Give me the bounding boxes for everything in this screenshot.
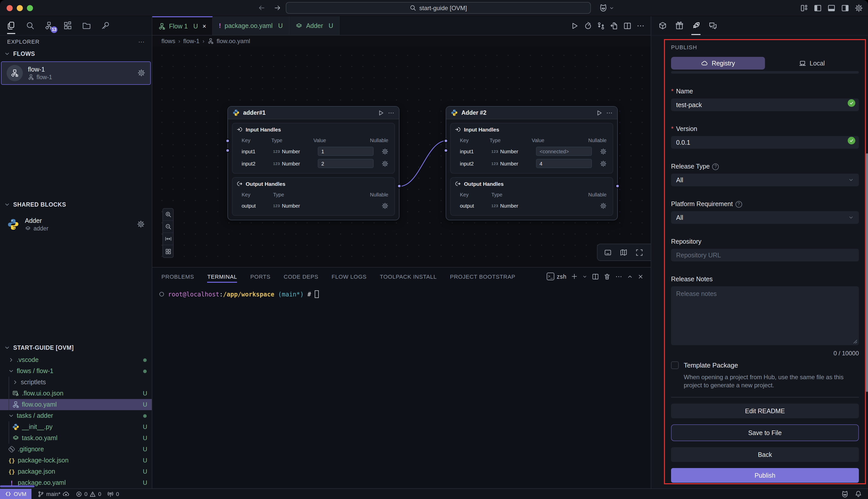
tree-item-tasks-adder[interactable]: tasks / adder [0, 410, 152, 421]
input2-value-field[interactable] [536, 159, 592, 168]
tab-flow-logs[interactable]: FLOW LOGS [332, 268, 367, 285]
terminal-output[interactable]: root@localhost:/app/workspace (main*) # [152, 285, 651, 488]
explorer-more-icon[interactable]: ··· [138, 39, 145, 45]
history-back-button[interactable] [258, 4, 266, 12]
edit-readme-button[interactable]: Edit README [671, 404, 859, 418]
handle-settings-gear-icon[interactable] [600, 160, 607, 167]
git-branch-status[interactable]: main* [38, 490, 70, 498]
search-panel-icon[interactable] [25, 21, 35, 31]
tab-flow-1[interactable]: Flow 1 U × [152, 16, 213, 35]
back-button[interactable]: Back [671, 447, 859, 462]
secrets-panel-icon[interactable] [100, 21, 110, 31]
name-field[interactable] [671, 98, 859, 111]
run-flow-icon[interactable] [571, 22, 579, 30]
chevron-down-icon[interactable] [609, 5, 614, 10]
handle-settings-gear-icon[interactable] [382, 148, 388, 155]
toggle-secondary-sidebar-icon[interactable] [841, 4, 849, 12]
history-forward-button[interactable] [273, 4, 281, 12]
package-icon[interactable] [657, 21, 668, 31]
explorer-icon[interactable] [6, 21, 16, 31]
flow-node-adder-2[interactable]: Adder #2 Input Handles Key Ty [446, 106, 618, 220]
repository-field[interactable] [671, 249, 859, 261]
node2-input1-handle[interactable] [444, 138, 448, 143]
rerun-icon[interactable] [584, 22, 592, 30]
settings-gear-icon[interactable] [855, 4, 863, 12]
block-settings-gear-icon[interactable] [137, 220, 145, 228]
template-package-checkbox[interactable] [671, 362, 678, 369]
release-notes-field[interactable] [671, 286, 859, 345]
console-panel-icon[interactable] [604, 248, 612, 256]
zoom-out-icon[interactable] [163, 221, 173, 233]
maximize-panel-icon[interactable] [627, 273, 633, 279]
node-more-icon[interactable] [388, 109, 394, 116]
tree-item-init-py[interactable]: __init__.pyU [0, 421, 152, 433]
tree-item-task-oo-yaml[interactable]: task.oo.yamlU [0, 433, 152, 444]
gift-icon[interactable] [674, 21, 684, 31]
node1-output-handle[interactable] [397, 184, 402, 188]
tab-toolpack-install[interactable]: TOOLPACK INSTALL [380, 268, 437, 285]
tab-ports[interactable]: PORTS [250, 268, 270, 285]
close-window-button[interactable] [7, 5, 13, 11]
close-panel-icon[interactable] [637, 273, 644, 279]
flow-node-adder-1[interactable]: adder#1 Input Handles Key Typ [228, 106, 400, 220]
kill-terminal-icon[interactable] [603, 273, 611, 280]
run-node-icon[interactable] [596, 109, 602, 116]
tab-package-oo-yaml[interactable]: ! package.oo.yaml U [213, 16, 289, 35]
tree-item-flow-ui-json[interactable]: .flow.ui.oo.jsonU [0, 388, 152, 399]
chevron-down-icon[interactable] [582, 274, 587, 279]
publish-rocket-icon[interactable] [691, 21, 701, 31]
feedback-chat-icon[interactable] [708, 21, 718, 31]
handle-settings-gear-icon[interactable] [600, 202, 607, 209]
flows-section-header[interactable]: FLOWS [0, 48, 152, 60]
node2-output-handle[interactable] [615, 184, 620, 188]
split-editor-icon[interactable] [623, 22, 632, 30]
help-icon[interactable]: ? [712, 163, 719, 170]
shared-blocks-section-header[interactable]: SHARED BLOCKS [0, 199, 152, 210]
minimize-window-button[interactable] [17, 5, 23, 11]
node1-input1-handle[interactable] [225, 138, 230, 143]
tree-item-flows-flow-1[interactable]: flows / flow-1 [0, 365, 152, 377]
fit-view-icon[interactable] [163, 233, 173, 245]
grid-view-icon[interactable] [163, 245, 173, 257]
more-actions-icon[interactable] [637, 22, 645, 30]
blocks-panel-icon[interactable] [62, 21, 73, 31]
release-type-select[interactable]: All [671, 174, 859, 186]
flow-settings-gear-icon[interactable] [137, 69, 145, 77]
toggle-sidebar-icon[interactable] [814, 4, 822, 12]
compare-changes-icon[interactable] [597, 22, 605, 30]
flow-card-flow-1[interactable]: flow-1 flow-1 [1, 61, 151, 85]
input2-value-field[interactable] [318, 159, 374, 168]
maximize-window-button[interactable] [27, 5, 33, 11]
terminal-more-icon[interactable] [615, 273, 622, 280]
breadcrumb[interactable]: flows › flow-1 › flow.oo.yaml [152, 36, 651, 47]
tab-code-deps[interactable]: CODE DEPS [284, 268, 319, 285]
local-tab[interactable]: Local [765, 57, 859, 70]
project-tree-header[interactable]: START-GUIDE [OVM] [0, 342, 152, 353]
split-terminal-icon[interactable] [592, 273, 599, 280]
node1-input2-handle[interactable] [225, 148, 230, 153]
tree-item-gitignore[interactable]: .gitignoreU [0, 444, 152, 455]
input1-value-field[interactable] [318, 147, 374, 156]
customize-layout-icon[interactable] [800, 4, 808, 12]
flow-canvas[interactable]: adder#1 Input Handles Key Typ [152, 47, 651, 267]
save-to-file-button[interactable]: Save to File [671, 424, 859, 441]
help-icon[interactable]: ? [735, 201, 742, 207]
zoom-in-icon[interactable] [163, 209, 173, 221]
resize-grip-icon[interactable] [852, 339, 857, 344]
tree-item-package-lock-json[interactable]: {} package-lock.jsonU [0, 455, 152, 466]
minimap-icon[interactable] [620, 248, 627, 256]
remote-indicator[interactable]: OVM [0, 489, 32, 499]
input1-value-field[interactable] [536, 147, 592, 156]
panel-scrollbar[interactable] [866, 153, 868, 392]
platform-select[interactable]: All [671, 211, 859, 224]
handle-settings-gear-icon[interactable] [600, 148, 607, 155]
registry-tab[interactable]: Registry [671, 57, 765, 70]
toggle-panel-icon[interactable] [827, 4, 835, 12]
ports-status[interactable]: 0 [107, 491, 119, 497]
handle-settings-gear-icon[interactable] [382, 160, 388, 167]
tree-item-package-json[interactable]: {} package.jsonU [0, 466, 152, 477]
tab-project-bootstrap[interactable]: PROJECT BOOTSTRAP [450, 268, 515, 285]
version-field[interactable] [671, 136, 859, 149]
run-node-icon[interactable] [378, 109, 384, 116]
problems-status[interactable]: 0 0 [76, 491, 101, 497]
